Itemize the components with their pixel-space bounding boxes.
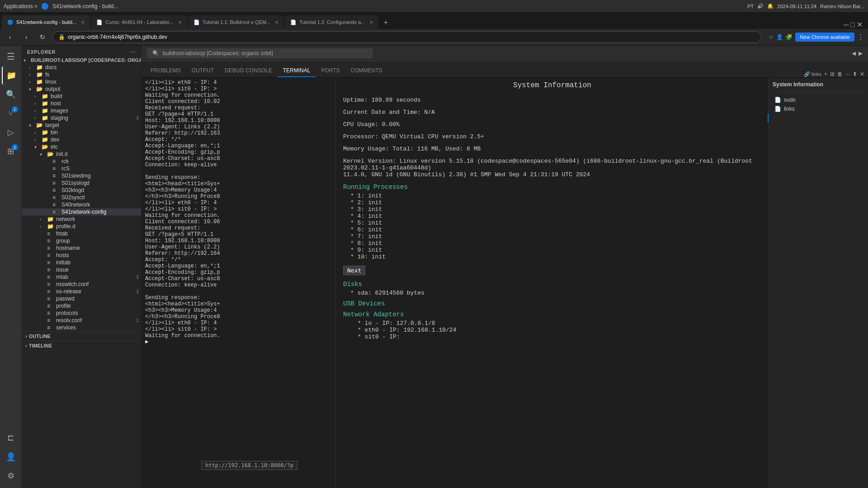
outline-label: OUTLINE [29, 333, 51, 339]
tree-hostname[interactable]: ≡ hostname [22, 244, 141, 252]
tree-images[interactable]: › 📁 images [22, 107, 141, 114]
activity-explorer[interactable]: 📁 [2, 66, 20, 84]
back-button[interactable]: ‹ [4, 31, 16, 43]
panel-max[interactable]: ⬆ [853, 71, 857, 77]
tree-docs[interactable]: › 📁 docs [22, 64, 141, 71]
activity-search[interactable]: 🔍 [2, 85, 20, 103]
tree-s40network[interactable]: ≡ S40network [22, 201, 141, 208]
next-button[interactable]: Next [343, 266, 365, 275]
bookmark-icon[interactable]: ☆ [769, 34, 774, 40]
right-panel-sudo[interactable]: 📄 sudo [773, 95, 864, 104]
tab-problems[interactable]: PROBLEMS [145, 65, 186, 77]
tree-os-release[interactable]: ≡ os-release ↧ [22, 288, 141, 295]
tab-2[interactable]: 📄 Curso: 46461-04 - Laboratóri... ✕ [91, 15, 187, 29]
activity-settings[interactable]: ⚙ [2, 467, 20, 485]
tree-bin[interactable]: › 📁 bin [22, 129, 141, 136]
tree-group[interactable]: ≡ group [22, 237, 141, 244]
tree-target[interactable]: ▾ 📂 target [22, 122, 141, 129]
add-terminal[interactable]: + [824, 71, 827, 77]
chrome-available-button[interactable]: New Chrome available [795, 33, 854, 42]
tree-staging[interactable]: › 📁 staging ↧ [22, 114, 141, 122]
tree-mtab[interactable]: ≡ mtab ↧ [22, 273, 141, 281]
new-tab-button[interactable]: + [379, 16, 392, 29]
tree-host[interactable]: › 📁 host [22, 100, 141, 107]
address-bar[interactable]: 🔒 organic-orbit-74rrr4x4j67hpr6x.github.… [52, 31, 761, 43]
tab-debug[interactable]: DEBUG CONSOLE [219, 65, 278, 77]
tree-rck[interactable]: ≡ rck [22, 158, 141, 165]
tab-comments[interactable]: COMMENTS [345, 65, 388, 77]
maximize-button[interactable]: □ [850, 21, 855, 29]
tab-4[interactable]: 📄 Tutorial 1.2: Configurando a... ✕ [285, 15, 378, 29]
right-panel-links[interactable]: 📄 links [773, 104, 864, 113]
log-prompt[interactable]: ► [145, 339, 332, 345]
tree-dev[interactable]: › 📁 dev [22, 136, 141, 143]
tree-resolv[interactable]: ≡ resolv.conf ↧ [22, 317, 141, 324]
workspace-root[interactable]: ▾ BUILDROOT-LABSISOP [CODESPACES: ORGANI… [22, 56, 141, 64]
activity-remote[interactable]: ⊏ [2, 429, 20, 447]
timeline-section[interactable]: › TIMELINE [22, 341, 141, 350]
bottom-url: http://192.168.1.10:8000/?p [201, 461, 297, 470]
activity-menu[interactable]: ☰ [2, 47, 20, 66]
tree-passwd[interactable]: ≡ passwd [22, 295, 141, 302]
tree-issue[interactable]: ≡ issue [22, 266, 141, 273]
log-line: Accept-Charset: us-asc8 [145, 155, 332, 162]
tree-hosts[interactable]: ≡ hosts [22, 252, 141, 259]
terminal-left[interactable]: </li><li> eth0 - IP: 4 </li><li> sit0 - … [142, 78, 336, 488]
tab-3-close[interactable]: ✕ [275, 20, 278, 25]
tree-profile[interactable]: ≡ profile [22, 302, 141, 310]
links-label-rp: links [784, 106, 795, 112]
tree-network[interactable]: › 📁 network [22, 216, 141, 223]
log-line: GET /?page=4 HTTP/1.1 [145, 111, 332, 117]
tab-4-close[interactable]: ✕ [369, 20, 373, 25]
panel-close[interactable]: ✕ [860, 71, 864, 77]
tab-output[interactable]: OUTPUT [186, 65, 219, 77]
tree-nsswitch[interactable]: ≡ nsswitch.conf [22, 281, 141, 288]
tree-s01seedrng[interactable]: ≡ S01seedrng [22, 172, 141, 179]
panel-more[interactable]: ··· [845, 71, 850, 77]
tree-services[interactable]: ≡ services [22, 324, 141, 331]
forward-nav[interactable]: ▶ [859, 50, 863, 56]
minimize-button[interactable]: ─ [844, 21, 849, 29]
tree-inittab[interactable]: ≡ inittab [22, 259, 141, 266]
tree-protocols[interactable]: ≡ protocols [22, 310, 141, 317]
tree-s02klogd[interactable]: ≡ S02klogd [22, 187, 141, 194]
tab-terminal[interactable]: TERMINAL [278, 65, 316, 77]
reload-button[interactable]: ↻ [36, 31, 49, 43]
tree-fs[interactable]: › 📁 fs [22, 71, 141, 78]
tab-2-close[interactable]: ✕ [178, 20, 182, 25]
tree-output[interactable]: ▾ 📂 output [22, 85, 141, 93]
sidebar-more[interactable]: ··· [130, 49, 136, 55]
apps-menu[interactable]: Applications = [4, 3, 38, 9]
tree-etc[interactable]: ▾ 📂 etc [22, 143, 141, 150]
forward-button[interactable]: › [20, 31, 33, 43]
search-bar[interactable]: 🔍 buildroot-labsisop [Codespaces: organi… [147, 48, 373, 58]
tab-3[interactable]: 📄 Tutorial 1.1: Buildroot e QEM... ✕ [188, 15, 284, 29]
tree-linux[interactable]: › 📁 linux [22, 78, 141, 85]
tree-build[interactable]: › 📁 build [22, 93, 141, 100]
close-button[interactable]: ✕ [857, 20, 863, 29]
terminal-main[interactable]: System Information Uptime: 189.99 second… [336, 78, 769, 488]
tab-1[interactable]: 🔵 S41network-config - build... ✕ [2, 15, 90, 29]
tree-profile-d[interactable]: › 📁 profile.d [22, 223, 141, 230]
tree-initd[interactable]: ▾ 📂 init.d [22, 150, 141, 158]
back-nav[interactable]: ◀ [852, 50, 856, 56]
extensions-icon[interactable]: 🧩 [786, 34, 793, 40]
tab-1-close[interactable]: ✕ [81, 20, 85, 25]
activity-extensions[interactable]: ⊞ 2 [2, 142, 20, 160]
menu-icon[interactable]: ⋮ [857, 33, 864, 42]
tree-s41network-config[interactable]: ≡ S41network-config [22, 208, 141, 216]
split-terminal[interactable]: ⊞ [830, 71, 835, 77]
tree-rcS[interactable]: ≡ rcS [22, 165, 141, 172]
profile-icon[interactable]: 👤 [776, 34, 783, 40]
activity-git[interactable]: ⑂ 1 [2, 104, 20, 122]
tree-s02sysctl[interactable]: ≡ S02sysctl [22, 194, 141, 201]
tree-s01syslogd[interactable]: ≡ S01syslogd [22, 179, 141, 187]
activity-account[interactable]: 👤 [2, 448, 20, 466]
kill-terminal[interactable]: 🗑 [837, 71, 843, 77]
activity-run[interactable]: ▷ [2, 123, 20, 141]
outline-section[interactable]: › OUTLINE [22, 331, 141, 341]
log-line: </li><li> sit0 - IP: > [145, 86, 332, 92]
tree-fstab[interactable]: ≡ fstab [22, 230, 141, 237]
workspace-arrow: ▾ [24, 58, 31, 63]
tab-ports[interactable]: PORTS [316, 65, 345, 77]
